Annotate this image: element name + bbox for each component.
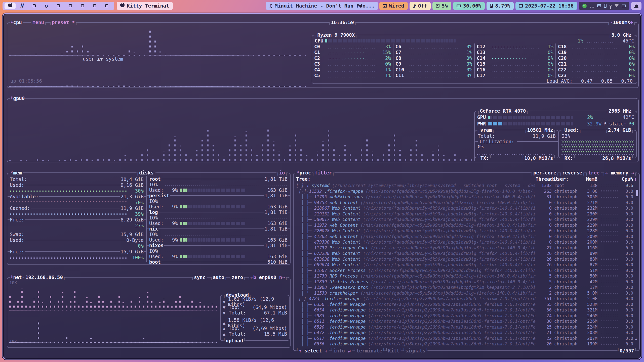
tray-icon[interactable]: [604, 4, 607, 8]
workspace-item[interactable]: [41, 3, 52, 9]
process-row[interactable]: │ ├─ 11732 Privileged Cont (/nix/store/f…: [296, 245, 638, 251]
process-row[interactable]: [-]-1 systemd (/run/current-system/syste…: [296, 183, 638, 188]
process-row[interactable]: │ ├─ 6654 .ferdium-wrappe (/nix/store/a1…: [296, 307, 638, 313]
net-interface-switcher[interactable]: ←b enp8s0 n→: [248, 275, 288, 280]
memb-sort-header[interactable]: MemB: [580, 176, 597, 182]
process-row[interactable]: [-]-11532 .firefox-wrappe (/nix/store/fq…: [296, 189, 638, 194]
core-row: C30%: [312, 61, 393, 67]
workspace-item[interactable]: [101, 3, 112, 9]
kill-button[interactable]: Kill: [385, 348, 403, 353]
tree-button[interactable]: tree: [585, 170, 602, 175]
gpu-temp: 42°C: [621, 114, 634, 120]
process-row[interactable]: │ ├─ 5983 .ferdium-wrappe (/nix/store/a1…: [296, 313, 638, 319]
process-row[interactable]: [-]-4783 .ferdium-wrappe (/nix/store/a1p…: [296, 296, 638, 301]
tray-icon[interactable]: [622, 5, 626, 7]
status-module[interactable]: Wired: [379, 2, 408, 10]
terminate-button[interactable]: terminate: [353, 348, 385, 353]
status-icon: [359, 4, 363, 8]
io-mode-button[interactable]: io: [276, 170, 288, 175]
gpu-panel-title[interactable]: ⁵gpu0: [10, 96, 25, 101]
tray-icon[interactable]: [590, 5, 594, 7]
process-row[interactable]: │ ├─ 220028 Web Content (/nix/store/fqad…: [296, 228, 638, 234]
filter-button[interactable]: filter: [312, 170, 335, 175]
scrollbar-thumb[interactable]: [636, 190, 638, 196]
gpu-tx-value: 10,0 MiB/s: [521, 155, 556, 161]
cpu-sort-header[interactable]: Cpu%: [619, 176, 633, 182]
upload-stat-row: ▲Top:(2,69 Mibps): [221, 326, 289, 331]
net-auto-button[interactable]: auto: [210, 275, 227, 280]
status-module[interactable]: Off: [410, 2, 431, 10]
workspace-item[interactable]: [89, 3, 100, 9]
process-row[interactable]: │ ├─ 6517 .ferdium-wrappe (/nix/store/a1…: [296, 336, 638, 341]
status-module[interactable]: 2025-07-22 16:36: [515, 2, 577, 10]
process-row[interactable]: │ ├─ 41363 Web Content (/nix/store/fqadd…: [296, 234, 638, 239]
cpu-frequency-label: 3.0 GHz: [609, 32, 634, 38]
net-panel-title[interactable]: ³net: [10, 275, 23, 280]
net-sync-button[interactable]: sync: [191, 275, 209, 280]
update-interval-control[interactable]: -1000ms +: [607, 20, 636, 25]
per-core-button[interactable]: per-core: [531, 170, 559, 175]
process-row[interactable]: │ ├─ 94753 Web Content (/nix/store/fqadd…: [296, 200, 638, 205]
workspace-icon: [33, 4, 36, 7]
workspace-item[interactable]: [17, 3, 28, 9]
process-row[interactable]: │ ├─ 479390 Web Content (/nix/store/fqad…: [296, 239, 638, 245]
workspace-item[interactable]: [53, 3, 64, 9]
reverse-button[interactable]: reverse: [559, 170, 585, 175]
disk-entry: root1,81 TiB IO% Used:9%163 GiB: [149, 176, 288, 193]
process-row[interactable]: │ ├─ 6350 .ferdium-wrappe (/nix/store/a1…: [296, 302, 638, 307]
workspace-item[interactable]: [65, 3, 76, 9]
workspace-item[interactable]: [29, 3, 40, 9]
process-row[interactable]: │ ├─ 219152 Web Content (/nix/store/fqad…: [296, 211, 638, 217]
process-row[interactable]: │ ├─ 6511 .ferdium-wrappe (/nix/store/a1…: [296, 319, 638, 324]
sort-prev-button[interactable]: ←: [605, 170, 608, 175]
net-upload-graph: [9, 314, 217, 343]
process-row[interactable]: │ ├─ 6520 .ferdium-wrappe (/nix/store/a1…: [296, 324, 638, 330]
process-row[interactable]: │ ├─ 580017 Web Content (/nix/store/fqad…: [296, 217, 638, 222]
interval-minus-button[interactable]: -: [610, 20, 613, 25]
workspace-item[interactable]: [5, 3, 16, 9]
notification-bell[interactable]: [631, 2, 641, 10]
process-row[interactable]: │ ├─ 11607 Socket Process (/nix/store/fq…: [296, 268, 638, 273]
status-module[interactable]: 8.79%: [487, 2, 514, 10]
tray-icon[interactable]: [582, 4, 587, 8]
process-row[interactable]: │ └─ 11539 crashhelper (/nix/store/fqadd…: [296, 290, 638, 296]
scroll-down-indicator[interactable]: ↓: [635, 336, 637, 341]
process-row[interactable]: │ ├─ 11795 WebExtensions (/nix/store/fqa…: [296, 194, 638, 200]
music-note-icon: [269, 3, 272, 9]
window-title[interactable]: Kitty Terminal: [117, 2, 173, 10]
sort-column-switcher[interactable]: ← memory →: [602, 170, 637, 175]
workspace-item[interactable]: [77, 3, 88, 9]
tray-icon[interactable]: [615, 4, 619, 7]
process-row[interactable]: │ ├─ 673288 Web Content (/nix/store/fqad…: [296, 251, 638, 256]
status-module[interactable]: 5%: [432, 2, 451, 10]
menu-button[interactable]: menu: [30, 20, 47, 25]
process-row[interactable]: │ ├─ 6536 .ferdium-wrappe (/nix/store/a1…: [296, 341, 638, 347]
gpu-util-percent: 2%: [583, 114, 593, 120]
signals-button[interactable]: signals: [402, 348, 428, 353]
gpu-rx-label: RX:: [561, 155, 576, 161]
process-row[interactable]: │ ├─ 11839 Utility Process (/nix/store/f…: [296, 279, 638, 285]
preset-button[interactable]: preset *: [49, 20, 77, 25]
tray-icon[interactable]: [597, 4, 601, 7]
cpu-panel-title[interactable]: ¹cpu: [10, 20, 23, 25]
tray-icon[interactable]: [610, 5, 612, 7]
iface-next-button[interactable]: n→: [279, 275, 285, 280]
process-row[interactable]: │ ├─ 11739 RDD Process (/nix/store/fqadd…: [296, 273, 638, 279]
core-row: C140%: [475, 55, 555, 61]
proc-panel-title[interactable]: ⁴proc: [296, 170, 312, 175]
process-row[interactable]: │ ├─ 218067 Web Content (/nix/store/fqad…: [296, 205, 638, 211]
process-row[interactable]: │ ├─ 6472 .ferdium-wrappe (/nix/store/a1…: [296, 330, 638, 335]
process-row[interactable]: │ ├─ 673038 Web Content (/nix/store/fqad…: [296, 256, 638, 262]
interval-plus-button[interactable]: +: [630, 20, 633, 25]
sort-next-button[interactable]: →: [631, 170, 634, 175]
process-row[interactable]: │ ├─ 11968 .keepassxc-prox (/nix/store/b…: [296, 285, 638, 290]
select-buttons[interactable]: ↑ select ↓: [296, 348, 330, 353]
process-row[interactable]: │ ├─ 689674 Web Content (/nix/store/fqad…: [296, 262, 638, 267]
disks-title[interactable]: disks: [136, 170, 156, 175]
net-zero-button[interactable]: zero: [229, 275, 246, 280]
status-module[interactable]: 30.06%: [453, 2, 485, 10]
mem-panel-title[interactable]: ²mem: [10, 170, 23, 175]
info-button[interactable]: info ↵: [330, 348, 353, 353]
iface-prev-button[interactable]: ←b: [250, 275, 256, 280]
process-row[interactable]: │ ├─ 11972 Web Content (/nix/store/fqadd…: [296, 222, 638, 228]
